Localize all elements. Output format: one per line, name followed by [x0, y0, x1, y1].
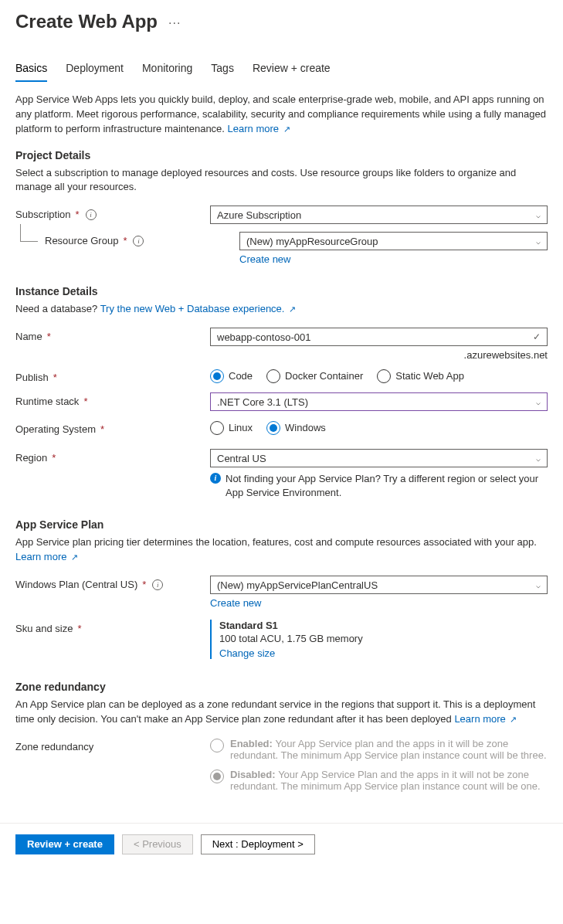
zone-learn-more-link[interactable]: Learn more ↗	[454, 713, 517, 725]
wizard-footer: Review + create < Previous Next : Deploy…	[0, 823, 563, 865]
success-check-icon: ✓	[533, 331, 541, 342]
tree-connector-icon	[20, 224, 38, 242]
name-label: Name*	[15, 328, 210, 342]
project-desc: Select a subscription to manage deployed…	[15, 166, 548, 195]
publish-label: Publish*	[15, 369, 210, 383]
tab-deployment[interactable]: Deployment	[66, 57, 124, 82]
chevron-down-icon: ⌵	[536, 454, 541, 463]
tab-review[interactable]: Review + create	[253, 57, 331, 82]
region-value: Central US	[217, 453, 266, 464]
resource-group-label: Resource Group* i	[15, 232, 239, 246]
os-radio-group: Linux Windows	[210, 421, 548, 435]
page-title: Create Web App	[15, 11, 158, 32]
os-linux-radio[interactable]: Linux	[210, 421, 253, 435]
subscription-label: Subscription* i	[15, 206, 210, 220]
intro-text: App Service Web Apps lets you quickly bu…	[15, 93, 548, 137]
os-label: Operating System*	[15, 420, 210, 435]
zone-disabled-radio: Disabled: Your App Service Plan and the …	[210, 769, 548, 792]
runtime-dropdown[interactable]: .NET Core 3.1 (LTS) ⌵	[210, 392, 548, 411]
tab-basics[interactable]: Basics	[15, 57, 47, 82]
review-create-button[interactable]: Review + create	[15, 834, 114, 854]
sku-desc: 100 total ACU, 1.75 GB memory	[219, 633, 548, 644]
external-link-icon: ↗	[71, 552, 78, 564]
region-dropdown[interactable]: Central US ⌵	[210, 449, 548, 467]
plan-value: (New) myAppServicePlanCentralUS	[217, 579, 378, 591]
external-link-icon: ↗	[289, 304, 296, 316]
resource-group-dropdown[interactable]: (New) myAppResourceGroup ⌵	[239, 232, 548, 250]
tab-monitoring[interactable]: Monitoring	[142, 57, 192, 82]
subscription-dropdown[interactable]: Azure Subscription ⌵	[210, 206, 548, 224]
publish-radio-group: Code Docker Container Static Web App	[210, 369, 548, 383]
tab-strip: Basics Deployment Monitoring Tags Review…	[15, 57, 548, 82]
region-label: Region*	[15, 449, 210, 464]
info-icon[interactable]: i	[152, 579, 163, 590]
sku-label: Sku and size*	[15, 620, 210, 634]
chevron-down-icon: ⌵	[536, 581, 541, 589]
radio-icon	[210, 739, 224, 752]
section-zone-redundancy: Zone redundancy	[15, 681, 548, 693]
section-project-details: Project Details	[15, 149, 548, 161]
publish-code-radio[interactable]: Code	[210, 369, 253, 383]
publish-static-radio[interactable]: Static Web App	[377, 369, 464, 383]
publish-docker-radio[interactable]: Docker Container	[266, 369, 363, 383]
chevron-down-icon: ⌵	[536, 211, 541, 219]
zone-enabled-radio: Enabled: Your App Service plan and the a…	[210, 738, 548, 761]
info-badge-icon: i	[210, 473, 221, 484]
change-size-link[interactable]: Change size	[219, 647, 275, 659]
section-instance-details: Instance Details	[15, 285, 548, 297]
name-suffix: .azurewebsites.net	[210, 349, 548, 361]
runtime-value: .NET Core 3.1 (LTS)	[217, 396, 308, 408]
region-hint: i Not finding your App Service Plan? Try…	[210, 472, 548, 500]
sku-block: Standard S1 100 total ACU, 1.75 GB memor…	[210, 620, 548, 659]
plan-dropdown[interactable]: (New) myAppServicePlanCentralUS ⌵	[210, 576, 548, 594]
more-icon[interactable]: ···	[168, 17, 181, 29]
section-app-service-plan: App Service Plan	[15, 518, 548, 531]
zone-desc: An App Service plan can be deployed as a…	[15, 698, 548, 727]
info-icon[interactable]: i	[133, 236, 144, 246]
web-database-link[interactable]: Try the new Web + Database experience. ↗	[100, 303, 296, 314]
name-input[interactable]: webapp-contoso-001 ✓	[210, 328, 548, 346]
name-value: webapp-contoso-001	[217, 331, 310, 343]
info-icon[interactable]: i	[86, 209, 97, 220]
external-link-icon: ↗	[283, 124, 290, 136]
plan-desc: App Service plan pricing tier determines…	[15, 535, 548, 565]
intro-learn-more-link[interactable]: Learn more ↗	[228, 123, 290, 134]
chevron-down-icon: ⌵	[536, 237, 541, 246]
previous-button: < Previous	[122, 834, 193, 854]
plan-learn-more-link[interactable]: Learn more ↗	[15, 551, 78, 562]
next-button[interactable]: Next : Deployment >	[201, 834, 315, 854]
resource-group-value: (New) myAppResourceGroup	[246, 236, 378, 247]
os-windows-radio[interactable]: Windows	[266, 421, 326, 435]
sku-name: Standard S1	[219, 620, 548, 631]
external-link-icon: ↗	[510, 714, 517, 726]
radio-icon	[210, 769, 224, 783]
subscription-value: Azure Subscription	[217, 209, 301, 221]
runtime-label: Runtime stack*	[15, 392, 210, 407]
instance-db-prompt: Need a database? Try the new Web + Datab…	[15, 302, 548, 317]
create-new-plan-link[interactable]: Create new	[210, 597, 261, 609]
plan-label: Windows Plan (Central US)* i	[15, 576, 210, 590]
chevron-down-icon: ⌵	[536, 398, 541, 406]
zone-label: Zone redundancy	[15, 738, 210, 752]
create-new-rg-link[interactable]: Create new	[239, 253, 290, 265]
tab-tags[interactable]: Tags	[211, 57, 234, 82]
